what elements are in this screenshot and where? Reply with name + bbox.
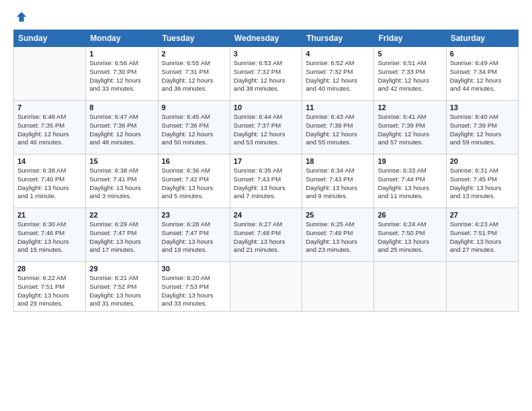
- day-number: 2: [162, 50, 226, 58]
- weekday-header-friday: Friday: [374, 30, 446, 47]
- day-info: Sunrise: 6:53 AMSunset: 7:32 PMDaylight:…: [234, 59, 298, 93]
- day-info: Sunrise: 6:43 AMSunset: 7:38 PMDaylight:…: [306, 113, 370, 147]
- logo: [13, 11, 28, 23]
- day-number: 24: [234, 211, 298, 219]
- day-info: Sunrise: 6:30 AMSunset: 7:46 PMDaylight:…: [17, 220, 82, 255]
- day-number: 6: [450, 50, 515, 58]
- day-number: 25: [306, 211, 370, 219]
- day-info: Sunrise: 6:36 AMSunset: 7:42 PMDaylight:…: [162, 167, 226, 201]
- day-number: 11: [306, 103, 370, 111]
- weekday-header-sunday: Sunday: [14, 30, 86, 47]
- calendar-cell: [230, 262, 302, 312]
- day-info: Sunrise: 6:44 AMSunset: 7:37 PMDaylight:…: [234, 113, 298, 147]
- day-number: 8: [89, 103, 154, 111]
- day-info: Sunrise: 6:47 AMSunset: 7:36 PMDaylight:…: [89, 113, 154, 147]
- calendar-cell: 7Sunrise: 6:48 AMSunset: 7:35 PMDaylight…: [14, 101, 86, 154]
- day-info: Sunrise: 6:29 AMSunset: 7:47 PMDaylight:…: [89, 220, 154, 255]
- calendar-cell: 12Sunrise: 6:41 AMSunset: 7:39 PMDayligh…: [374, 101, 446, 154]
- day-number: 5: [378, 50, 442, 58]
- day-info: Sunrise: 6:28 AMSunset: 7:47 PMDaylight:…: [162, 220, 226, 255]
- calendar-cell: [14, 47, 86, 101]
- day-number: 19: [378, 157, 442, 165]
- calendar-cell: 26Sunrise: 6:24 AMSunset: 7:50 PMDayligh…: [374, 208, 446, 262]
- calendar-cell: 27Sunrise: 6:23 AMSunset: 7:51 PMDayligh…: [446, 208, 518, 262]
- day-number: 16: [162, 157, 226, 165]
- day-info: Sunrise: 6:33 AMSunset: 7:44 PMDaylight:…: [378, 167, 442, 201]
- day-info: Sunrise: 6:39 AMSunset: 7:40 PMDaylight:…: [17, 167, 82, 201]
- day-number: 13: [450, 103, 515, 111]
- day-info: Sunrise: 6:20 AMSunset: 7:53 PMDaylight:…: [162, 274, 226, 308]
- calendar-cell: 28Sunrise: 6:22 AMSunset: 7:51 PMDayligh…: [14, 262, 86, 312]
- day-number: 21: [17, 211, 82, 219]
- day-info: Sunrise: 6:55 AMSunset: 7:31 PMDaylight:…: [162, 59, 226, 93]
- day-info: Sunrise: 6:21 AMSunset: 7:52 PMDaylight:…: [89, 274, 154, 308]
- day-number: 14: [17, 157, 82, 165]
- day-number: 10: [234, 103, 298, 111]
- day-info: Sunrise: 6:56 AMSunset: 7:30 PMDaylight:…: [89, 59, 154, 93]
- calendar-cell: 10Sunrise: 6:44 AMSunset: 7:37 PMDayligh…: [230, 101, 302, 154]
- day-info: Sunrise: 6:40 AMSunset: 7:39 PMDaylight:…: [450, 113, 515, 147]
- day-number: 30: [162, 265, 226, 273]
- calendar-cell: 13Sunrise: 6:40 AMSunset: 7:39 PMDayligh…: [446, 101, 518, 154]
- calendar-cell: 25Sunrise: 6:25 AMSunset: 7:49 PMDayligh…: [302, 208, 374, 262]
- day-number: 12: [378, 103, 442, 111]
- calendar-cell: 19Sunrise: 6:33 AMSunset: 7:44 PMDayligh…: [374, 154, 446, 208]
- day-info: Sunrise: 6:25 AMSunset: 7:49 PMDaylight:…: [306, 220, 370, 255]
- calendar-cell: 29Sunrise: 6:21 AMSunset: 7:52 PMDayligh…: [86, 262, 158, 312]
- calendar-cell: 20Sunrise: 6:31 AMSunset: 7:45 PMDayligh…: [446, 154, 518, 208]
- weekday-header-saturday: Saturday: [446, 30, 518, 47]
- day-number: 27: [450, 211, 515, 219]
- day-info: Sunrise: 6:45 AMSunset: 7:36 PMDaylight:…: [162, 113, 226, 147]
- calendar-cell: 30Sunrise: 6:20 AMSunset: 7:53 PMDayligh…: [158, 262, 230, 312]
- calendar-cell: [446, 262, 518, 312]
- calendar-cell: 1Sunrise: 6:56 AMSunset: 7:30 PMDaylight…: [86, 47, 158, 101]
- day-number: 28: [17, 265, 82, 273]
- calendar-cell: 22Sunrise: 6:29 AMSunset: 7:47 PMDayligh…: [86, 208, 158, 262]
- calendar-cell: 8Sunrise: 6:47 AMSunset: 7:36 PMDaylight…: [86, 101, 158, 154]
- day-number: 9: [162, 103, 226, 111]
- day-number: 17: [234, 157, 298, 165]
- calendar-cell: [302, 262, 374, 312]
- calendar-cell: 9Sunrise: 6:45 AMSunset: 7:36 PMDaylight…: [158, 101, 230, 154]
- day-info: Sunrise: 6:23 AMSunset: 7:51 PMDaylight:…: [450, 220, 515, 255]
- weekday-header-thursday: Thursday: [302, 30, 374, 47]
- calendar-cell: [374, 262, 446, 312]
- calendar-cell: 18Sunrise: 6:34 AMSunset: 7:43 PMDayligh…: [302, 154, 374, 208]
- day-info: Sunrise: 6:38 AMSunset: 7:41 PMDaylight:…: [89, 167, 154, 201]
- calendar-cell: 5Sunrise: 6:51 AMSunset: 7:33 PMDaylight…: [374, 47, 446, 101]
- calendar-cell: 21Sunrise: 6:30 AMSunset: 7:46 PMDayligh…: [14, 208, 86, 262]
- day-info: Sunrise: 6:27 AMSunset: 7:48 PMDaylight:…: [234, 220, 298, 255]
- calendar-cell: 11Sunrise: 6:43 AMSunset: 7:38 PMDayligh…: [302, 101, 374, 154]
- page-container: SundayMondayTuesdayWednesdayThursdayFrid…: [0, 0, 532, 318]
- day-number: 1: [89, 50, 154, 58]
- weekday-header-tuesday: Tuesday: [158, 30, 230, 47]
- day-number: 20: [450, 157, 515, 165]
- day-info: Sunrise: 6:51 AMSunset: 7:33 PMDaylight:…: [378, 59, 442, 93]
- weekday-header-row: SundayMondayTuesdayWednesdayThursdayFrid…: [14, 30, 519, 47]
- logo-icon: [15, 11, 28, 23]
- day-info: Sunrise: 6:41 AMSunset: 7:39 PMDaylight:…: [378, 113, 442, 147]
- day-info: Sunrise: 6:31 AMSunset: 7:45 PMDaylight:…: [450, 167, 515, 201]
- day-info: Sunrise: 6:49 AMSunset: 7:34 PMDaylight:…: [450, 59, 515, 93]
- calendar-cell: 15Sunrise: 6:38 AMSunset: 7:41 PMDayligh…: [86, 154, 158, 208]
- weekday-header-wednesday: Wednesday: [230, 30, 302, 47]
- calendar-cell: 17Sunrise: 6:35 AMSunset: 7:43 PMDayligh…: [230, 154, 302, 208]
- weekday-header-monday: Monday: [86, 30, 158, 47]
- day-number: 22: [89, 211, 154, 219]
- day-number: 3: [234, 50, 298, 58]
- day-info: Sunrise: 6:22 AMSunset: 7:51 PMDaylight:…: [17, 274, 82, 308]
- day-info: Sunrise: 6:34 AMSunset: 7:43 PMDaylight:…: [306, 167, 370, 201]
- day-number: 26: [378, 211, 442, 219]
- day-info: Sunrise: 6:35 AMSunset: 7:43 PMDaylight:…: [234, 167, 298, 201]
- calendar-table: SundayMondayTuesdayWednesdayThursdayFrid…: [13, 30, 519, 312]
- calendar-cell: 6Sunrise: 6:49 AMSunset: 7:34 PMDaylight…: [446, 47, 518, 101]
- calendar-cell: 2Sunrise: 6:55 AMSunset: 7:31 PMDaylight…: [158, 47, 230, 101]
- day-number: 7: [17, 103, 82, 111]
- day-info: Sunrise: 6:48 AMSunset: 7:35 PMDaylight:…: [17, 113, 82, 147]
- day-number: 29: [89, 265, 154, 273]
- day-number: 18: [306, 157, 370, 165]
- calendar-cell: 4Sunrise: 6:52 AMSunset: 7:32 PMDaylight…: [302, 47, 374, 101]
- header: [13, 11, 519, 23]
- calendar-cell: 23Sunrise: 6:28 AMSunset: 7:47 PMDayligh…: [158, 208, 230, 262]
- calendar-cell: 3Sunrise: 6:53 AMSunset: 7:32 PMDaylight…: [230, 47, 302, 101]
